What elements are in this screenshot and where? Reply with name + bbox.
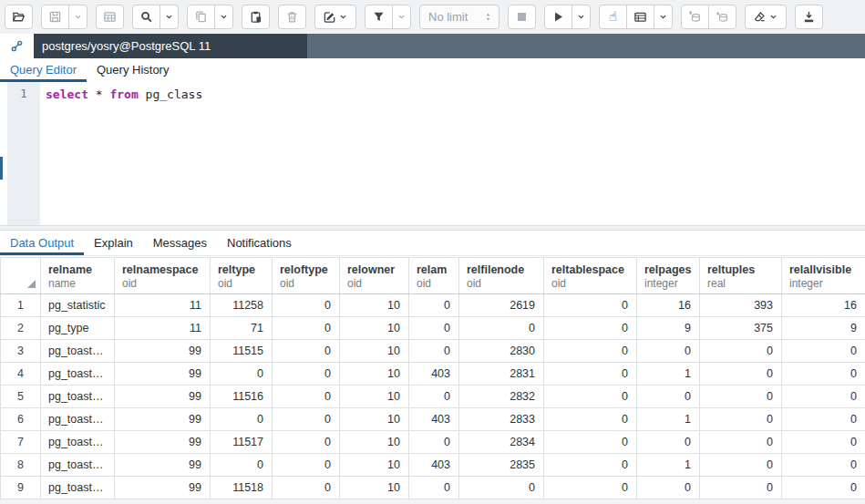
filter-button[interactable] — [365, 5, 393, 29]
column-header-relpages[interactable]: relpagesinteger — [637, 258, 700, 294]
cell-reltuples[interactable]: 375 — [700, 317, 782, 340]
select-all-corner[interactable] — [1, 258, 41, 294]
cell-relnamespace[interactable]: 99 — [115, 431, 211, 454]
cell-relpages[interactable]: 0 — [637, 477, 700, 499]
tab-query-editor[interactable]: Query Editor — [0, 58, 87, 82]
cell-relam[interactable]: 0 — [409, 294, 459, 317]
cell-relname[interactable]: pg_toast_… — [41, 431, 115, 454]
cell-reltuples[interactable]: 0 — [700, 386, 782, 408]
cell-relfilenode[interactable]: 2830 — [459, 340, 544, 363]
cell-relowner[interactable]: 10 — [340, 454, 409, 477]
copy-options-dropdown[interactable] — [214, 5, 233, 29]
panel-drag-handle[interactable] — [0, 157, 3, 180]
cell-relname[interactable]: pg_toast_… — [41, 477, 115, 499]
cell-reltype[interactable]: 71 — [211, 317, 273, 340]
cell-reloftype[interactable]: 0 — [273, 294, 340, 317]
cell-relam[interactable]: 0 — [409, 386, 459, 408]
cell-reltablespace[interactable]: 0 — [544, 431, 637, 454]
row-number[interactable]: 8 — [1, 454, 41, 477]
cell-reloftype[interactable]: 0 — [273, 454, 340, 477]
cell-relnamespace[interactable]: 99 — [115, 363, 211, 386]
cell-reltype[interactable]: 0 — [211, 454, 273, 477]
column-header-relam[interactable]: relamoid — [409, 258, 459, 294]
cell-relowner[interactable]: 10 — [340, 317, 409, 340]
commit-button[interactable] — [681, 5, 709, 29]
column-header-relowner[interactable]: relowneroid — [340, 258, 409, 294]
cell-relfilenode[interactable]: 2834 — [459, 431, 544, 454]
cell-reltablespace[interactable]: 0 — [544, 294, 637, 317]
cell-relname[interactable]: pg_type — [41, 317, 115, 340]
row-number[interactable]: 2 — [1, 317, 41, 340]
cell-relallvisible[interactable]: 0 — [782, 408, 865, 431]
cell-reltype[interactable]: 11516 — [211, 386, 273, 408]
clear-menu-dropdown[interactable] — [745, 5, 787, 29]
cell-relam[interactable]: 0 — [409, 477, 459, 499]
cell-reltablespace[interactable]: 0 — [544, 477, 637, 499]
column-header-reltype[interactable]: reltypeoid — [211, 258, 273, 294]
cell-relpages[interactable]: 0 — [637, 386, 700, 408]
connection-selector[interactable]: postgres/yosry@PostgreSQL 11 — [34, 34, 307, 58]
row-number[interactable]: 9 — [1, 477, 41, 499]
cell-relam[interactable]: 0 — [409, 431, 459, 454]
open-file-button[interactable] — [5, 5, 33, 29]
cell-reltablespace[interactable]: 0 — [544, 363, 637, 386]
cancel-query-button[interactable] — [508, 5, 536, 29]
cell-relpages[interactable]: 0 — [637, 431, 700, 454]
cell-reltablespace[interactable]: 0 — [544, 386, 637, 408]
sql-code-area[interactable]: select * from pg_class — [40, 82, 865, 225]
cell-relnamespace[interactable]: 99 — [115, 408, 211, 431]
cell-relallvisible[interactable]: 0 — [782, 454, 865, 477]
column-header-reloftype[interactable]: reloftypeoid — [273, 258, 340, 294]
cell-relam[interactable]: 403 — [409, 363, 459, 386]
cell-relfilenode[interactable]: 2832 — [459, 386, 544, 408]
cell-reltablespace[interactable]: 0 — [544, 408, 637, 431]
cell-relfilenode[interactable]: 0 — [459, 317, 544, 340]
row-number[interactable]: 5 — [1, 386, 41, 408]
explain-button[interactable]: ☝ — [599, 5, 627, 29]
cell-reloftype[interactable]: 0 — [273, 363, 340, 386]
cell-relnamespace[interactable]: 99 — [115, 454, 211, 477]
cell-relowner[interactable]: 10 — [340, 477, 409, 499]
paste-button[interactable] — [242, 5, 270, 29]
cell-reltuples[interactable]: 0 — [700, 363, 782, 386]
cell-relallvisible[interactable]: 0 — [782, 340, 865, 363]
explain-options-dropdown[interactable] — [654, 5, 673, 29]
cell-relpages[interactable]: 9 — [637, 317, 700, 340]
column-header-relfilenode[interactable]: relfilenodeoid — [459, 258, 544, 294]
cell-relam[interactable]: 0 — [409, 317, 459, 340]
cell-reloftype[interactable]: 0 — [273, 317, 340, 340]
column-header-relnamespace[interactable]: relnamespaceoid — [115, 258, 211, 294]
save-data-changes-button[interactable] — [96, 5, 124, 29]
cell-relowner[interactable]: 10 — [340, 408, 409, 431]
cell-relpages[interactable]: 1 — [637, 454, 700, 477]
cell-relam[interactable]: 403 — [409, 408, 459, 431]
row-number[interactable]: 1 — [1, 294, 41, 317]
cell-relfilenode[interactable]: 0 — [459, 477, 544, 499]
cell-relowner[interactable]: 10 — [340, 386, 409, 408]
cell-relnamespace[interactable]: 99 — [115, 340, 211, 363]
column-header-relallvisible[interactable]: relallvisibleinteger — [782, 258, 865, 294]
cell-reloftype[interactable]: 0 — [273, 340, 340, 363]
cell-reltuples[interactable]: 0 — [700, 340, 782, 363]
cell-reloftype[interactable]: 0 — [273, 386, 340, 408]
cell-reltuples[interactable]: 393 — [700, 294, 782, 317]
tab-messages[interactable]: Messages — [143, 231, 217, 255]
tab-explain[interactable]: Explain — [84, 231, 143, 255]
cell-reltype[interactable]: 0 — [211, 363, 273, 386]
row-limit-select[interactable]: No limit — [419, 5, 499, 29]
cell-relname[interactable]: pg_toast_… — [41, 408, 115, 431]
cell-reltype[interactable]: 0 — [211, 408, 273, 431]
cell-relnamespace[interactable]: 99 — [115, 477, 211, 499]
row-number[interactable]: 6 — [1, 408, 41, 431]
cell-relallvisible[interactable]: 0 — [782, 431, 865, 454]
cell-relowner[interactable]: 10 — [340, 431, 409, 454]
cell-relfilenode[interactable]: 2831 — [459, 363, 544, 386]
cell-reltype[interactable]: 11515 — [211, 340, 273, 363]
download-csv-button[interactable] — [795, 5, 823, 29]
find-button[interactable] — [132, 5, 160, 29]
cell-relpages[interactable]: 1 — [637, 363, 700, 386]
tab-notifications[interactable]: Notifications — [217, 231, 302, 255]
cell-relallvisible[interactable]: 0 — [782, 477, 865, 499]
cell-reloftype[interactable]: 0 — [273, 477, 340, 499]
cell-reltablespace[interactable]: 0 — [544, 340, 637, 363]
